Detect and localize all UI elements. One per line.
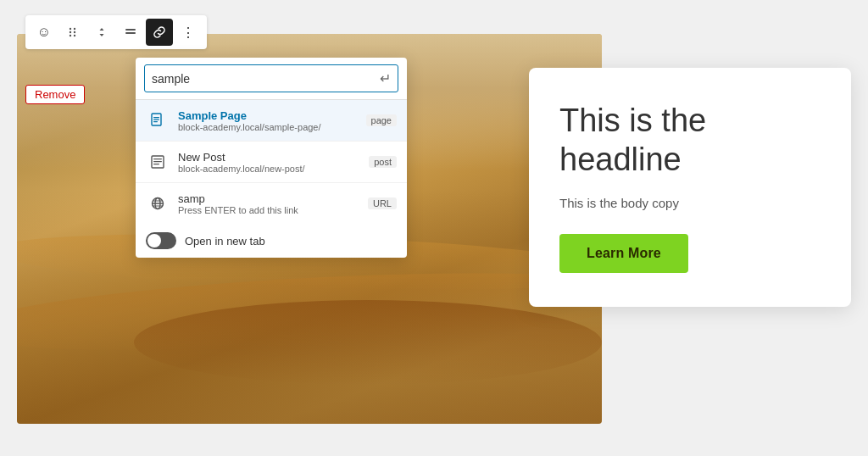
new-post-title: New Post xyxy=(178,151,362,164)
svg-rect-13 xyxy=(153,158,162,159)
enter-icon[interactable]: ↵ xyxy=(380,70,391,86)
card-body: This is the body copy xyxy=(559,196,821,210)
sample-page-info: Sample Page block-academy.local/sample-p… xyxy=(178,109,359,132)
samp-url-desc: Press ENTER to add this link xyxy=(178,205,361,215)
new-post-url: block-academy.local/new-post/ xyxy=(178,164,362,174)
svg-rect-6 xyxy=(125,29,136,31)
sample-page-tag: page xyxy=(366,114,397,126)
globe-icon xyxy=(146,192,170,215)
link-search-input[interactable] xyxy=(152,72,375,86)
drag-icon xyxy=(66,25,80,39)
svg-point-3 xyxy=(74,28,75,30)
remove-badge[interactable]: Remove xyxy=(25,85,85,104)
link-popup: ↵ Sample Page block-academy.local/sample… xyxy=(136,58,407,258)
svg-point-5 xyxy=(74,35,75,36)
new-post-tag: post xyxy=(369,156,397,168)
samp-url-tag: URL xyxy=(368,197,397,209)
svg-rect-7 xyxy=(125,32,136,34)
move-icon xyxy=(95,25,108,39)
svg-rect-15 xyxy=(153,164,159,164)
link-button[interactable] xyxy=(146,19,173,46)
link-result-sample-page[interactable]: Sample Page block-academy.local/sample-p… xyxy=(136,100,407,142)
link-search-row: ↵ xyxy=(136,58,407,100)
open-new-tab-label: Open in new tab xyxy=(185,235,265,247)
block-toolbar: ☺ ⋮ xyxy=(25,15,207,49)
search-border: ↵ xyxy=(144,64,398,92)
card-headline: This is the headline xyxy=(559,102,821,179)
move-button[interactable] xyxy=(88,19,115,46)
link-icon xyxy=(153,25,166,39)
samp-url-info: samp Press ENTER to add this link xyxy=(178,192,361,215)
learn-more-button[interactable]: Learn More xyxy=(559,234,688,273)
align-button[interactable] xyxy=(117,19,144,46)
sample-page-url: block-academy.local/sample-page/ xyxy=(178,122,359,132)
svg-rect-9 xyxy=(153,117,159,118)
svg-rect-10 xyxy=(153,120,159,120)
content-card: This is the headline This is the body co… xyxy=(529,68,851,307)
open-new-tab-row[interactable]: Open in new tab xyxy=(136,224,407,258)
svg-rect-11 xyxy=(153,121,158,122)
link-result-new-post[interactable]: New Post block-academy.local/new-post/ p… xyxy=(136,142,407,183)
emoji-button[interactable]: ☺ xyxy=(31,19,58,46)
new-post-info: New Post block-academy.local/new-post/ xyxy=(178,151,362,174)
link-result-samp-url[interactable]: samp Press ENTER to add this link URL xyxy=(136,183,407,224)
sample-page-title: Sample Page xyxy=(178,109,359,122)
post-icon xyxy=(146,150,170,174)
svg-rect-14 xyxy=(153,161,162,162)
svg-point-2 xyxy=(70,35,71,36)
drag-button[interactable] xyxy=(59,19,86,46)
more-button[interactable]: ⋮ xyxy=(175,19,202,46)
svg-point-1 xyxy=(70,31,71,33)
svg-point-4 xyxy=(74,31,75,33)
page-icon xyxy=(146,108,170,132)
svg-point-0 xyxy=(70,28,71,30)
align-icon xyxy=(124,25,137,39)
open-new-tab-toggle[interactable] xyxy=(146,232,176,249)
samp-url-title: samp xyxy=(178,192,361,205)
remove-label: Remove xyxy=(35,88,75,101)
